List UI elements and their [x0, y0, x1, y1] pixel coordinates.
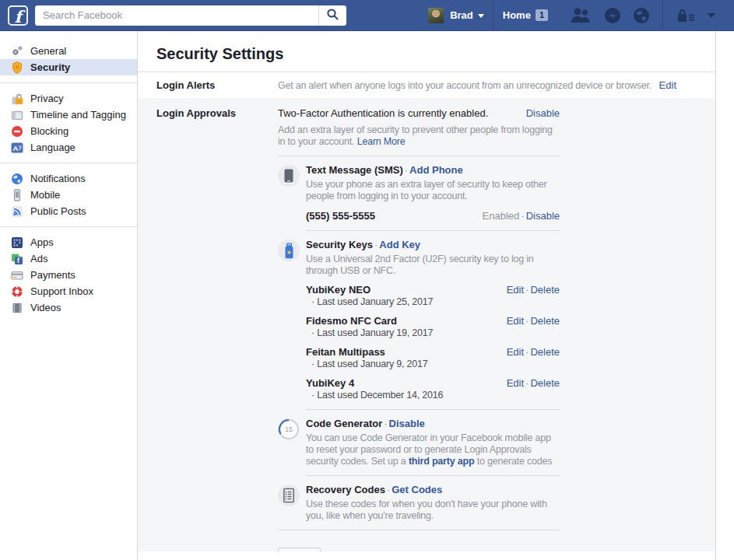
- sidebar-item-label: Security: [30, 61, 70, 73]
- key-edit-link[interactable]: Edit: [507, 377, 524, 389]
- sidebar-item-mobile[interactable]: Mobile: [0, 187, 137, 203]
- key-delete-link[interactable]: Delete: [530, 346, 560, 358]
- code-generator-block: 15 Code Generator·Disable You can use Co…: [278, 418, 560, 467]
- account-menu-caret[interactable]: [708, 9, 715, 22]
- close-button[interactable]: Close: [278, 548, 321, 551]
- sidebar-item-label: Ads: [30, 253, 47, 264]
- security-keys-title-row: Security Keys·Add Key: [306, 239, 560, 251]
- key-delete-link[interactable]: Delete: [530, 315, 560, 327]
- description-text: Add an extra layer of security to preven…: [278, 124, 553, 147]
- sidebar-item-language[interactable]: A Language: [0, 139, 137, 156]
- dot-separator: ·: [382, 418, 388, 429]
- key-last-used: · Last used January 19, 2017: [311, 327, 433, 339]
- key-last-used: · Last used January 25, 2017: [311, 296, 433, 308]
- sidebar-item-label: Notifications: [30, 173, 86, 184]
- login-approvals-section: Login Approvals Two-Factor Authenticatio…: [138, 98, 715, 551]
- page-title: Security Settings: [156, 45, 715, 62]
- sidebar-item-ads[interactable]: f Ads: [0, 250, 137, 267]
- key-delete-link[interactable]: Delete: [530, 284, 560, 296]
- login-approvals-label: Login Approvals: [156, 107, 278, 551]
- sidebar-item-support-inbox[interactable]: Support Inbox: [0, 283, 137, 299]
- search-icon: [326, 8, 339, 23]
- profile-menu[interactable]: Brad: [420, 0, 493, 30]
- get-codes-link[interactable]: Get Codes: [392, 484, 442, 495]
- code-generator-countdown: 15: [278, 425, 300, 433]
- sidebar-item-timeline-tagging[interactable]: Timeline and Tagging: [0, 107, 137, 123]
- security-keys-title: Security Keys: [306, 239, 373, 250]
- security-badge-icon: [10, 61, 23, 74]
- divider: [0, 82, 137, 83]
- sidebar-item-blocking[interactable]: Blocking: [0, 123, 137, 139]
- sidebar-item-public-posts[interactable]: Public Posts: [0, 203, 137, 219]
- login-alerts-edit-link[interactable]: Edit: [659, 79, 676, 91]
- phone-number-row: (555) 555-5555 Enabled·Disable: [306, 210, 560, 222]
- key-edit-link[interactable]: Edit: [507, 284, 524, 296]
- key-actions: Edit·Delete: [507, 377, 560, 401]
- two-factor-status-row: Two-Factor Authentication is currently e…: [278, 107, 560, 120]
- privacy-shortcuts-icon[interactable]: [677, 8, 697, 23]
- search-button[interactable]: [318, 5, 346, 26]
- key-delete-link[interactable]: Delete: [530, 377, 560, 389]
- divider: [278, 530, 560, 530]
- security-key-row: YubiKey NEO · Last used January 25, 2017…: [306, 284, 560, 308]
- timeline-box-icon: [10, 108, 23, 121]
- dot-separator: ·: [519, 210, 525, 222]
- two-factor-disable-link[interactable]: Disable: [526, 107, 560, 120]
- sidebar-item-videos[interactable]: Videos: [0, 299, 137, 316]
- code-generator-icon: 15: [278, 418, 300, 440]
- rss-icon: [10, 205, 23, 218]
- sidebar-item-apps[interactable]: Apps: [0, 234, 137, 250]
- key-actions: Edit·Delete: [507, 346, 560, 370]
- notifications-globe-icon[interactable]: [633, 7, 650, 24]
- facebook-logo[interactable]: f: [8, 5, 28, 26]
- security-settings-panel: Security Settings Login Alerts Get an al…: [138, 31, 716, 560]
- user-name: Brad: [450, 9, 473, 21]
- mobile-phone-icon: [10, 188, 23, 201]
- sidebar-item-security[interactable]: Security: [0, 59, 137, 75]
- home-link[interactable]: Home 1: [493, 0, 557, 30]
- sidebar-item-notifications[interactable]: Notifications: [0, 170, 137, 187]
- sidebar-item-general[interactable]: General: [0, 43, 137, 59]
- messenger-icon[interactable]: [604, 7, 621, 24]
- sidebar-item-payments[interactable]: Payments: [0, 267, 137, 283]
- security-key-row: YubiKey 4 · Last used December 14, 2016 …: [306, 377, 560, 401]
- code-generator-disable-link[interactable]: Disable: [389, 418, 425, 429]
- code-generator-description: You can use Code Generator in your Faceb…: [306, 432, 560, 467]
- learn-more-link[interactable]: Learn More: [357, 136, 406, 147]
- phone-number: (555) 555-5555: [306, 210, 375, 222]
- add-phone-link[interactable]: Add Phone: [409, 164, 463, 176]
- key-edit-link[interactable]: Edit: [507, 315, 524, 327]
- sidebar-item-label: Language: [30, 142, 76, 153]
- code-generator-body: Code Generator·Disable You can use Code …: [306, 418, 560, 467]
- security-key-row: Fidesmo NFC Card · Last used January 19,…: [306, 315, 560, 339]
- sidebar-item-label: Privacy: [30, 93, 64, 104]
- sms-description: Use your phone as an extra layer of secu…: [306, 179, 560, 202]
- search-input[interactable]: [35, 5, 318, 26]
- add-key-link[interactable]: Add Key: [379, 239, 420, 250]
- sms-title-row: Text Message (SMS)·Add Phone: [306, 164, 560, 177]
- avatar[interactable]: [428, 8, 444, 23]
- sms-body: Text Message (SMS)·Add Phone Use your ph…: [306, 164, 560, 222]
- divider: [306, 409, 560, 410]
- third-party-app-link[interactable]: third party app: [409, 456, 475, 467]
- login-approvals-content: Two-Factor Authentication is currently e…: [278, 107, 560, 551]
- key-edit-link[interactable]: Edit: [507, 346, 524, 358]
- key-info: Fidesmo NFC Card · Last used January 19,…: [306, 315, 433, 339]
- login-alerts-row: Login Alerts Get an alert when anyone lo…: [138, 72, 715, 98]
- sidebar-item-privacy[interactable]: Privacy: [0, 90, 137, 107]
- sms-disable-link[interactable]: Disable: [526, 210, 560, 222]
- gears-icon: [10, 44, 23, 58]
- film-icon: [10, 301, 23, 314]
- phone-status: Enabled·Disable: [483, 210, 560, 222]
- block-icon: [10, 124, 23, 138]
- sidebar-item-label: Apps: [30, 236, 54, 248]
- recovery-codes-description: Use these codes for when you don't have …: [306, 499, 560, 522]
- top-navigation-bar: f Brad Home 1: [0, 0, 734, 31]
- two-factor-status-text: Two-Factor Authentication is currently e…: [278, 107, 488, 120]
- sms-block: Text Message (SMS)·Add Phone Use your ph…: [278, 164, 560, 222]
- login-approvals-description: Add an extra layer of security to preven…: [278, 124, 560, 148]
- security-key-row: Feitan Multipass · Last used January 9, …: [306, 346, 560, 370]
- friend-requests-icon[interactable]: [570, 7, 592, 23]
- usb-key-icon: [278, 240, 300, 261]
- recovery-codes-title-row: Recovery Codes·Get Codes: [306, 484, 560, 496]
